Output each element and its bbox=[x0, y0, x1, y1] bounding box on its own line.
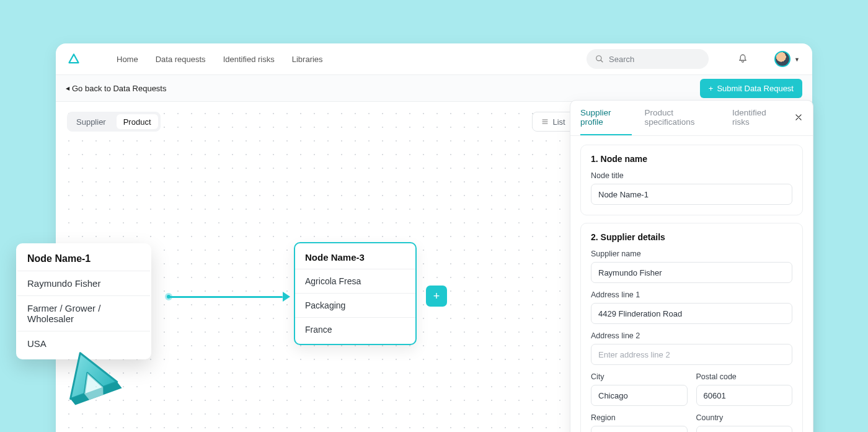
postal-input[interactable] bbox=[696, 385, 793, 406]
node-card-1[interactable]: Node Name-1 Raymundo Fisher Farmer / Gro… bbox=[16, 243, 151, 359]
section-supplier-details: 2. Supplier details Supplier name Addres… bbox=[580, 223, 803, 432]
search-input[interactable]: Search bbox=[587, 49, 709, 69]
node-row: Raymundo Fisher bbox=[17, 271, 150, 295]
tab-supplier-profile[interactable]: Supplier profile bbox=[580, 108, 632, 135]
main-nav: Home Data requests Identified risks Libr… bbox=[117, 55, 323, 64]
submit-data-request-button[interactable]: + Submit Data Request bbox=[700, 79, 802, 98]
address2-label: Address line 2 bbox=[591, 331, 792, 340]
search-placeholder: Search bbox=[609, 55, 634, 64]
user-menu[interactable]: ▼ bbox=[774, 51, 800, 67]
brand-3d-icon bbox=[53, 343, 127, 417]
panel-tabs: Supplier profile Product specifications … bbox=[570, 101, 813, 136]
tab-product-specifications[interactable]: Product specifications bbox=[644, 108, 720, 135]
country-label: Country bbox=[696, 413, 793, 422]
plus-icon: + bbox=[433, 290, 440, 303]
mode-product[interactable]: Product bbox=[117, 114, 158, 129]
region-input[interactable] bbox=[591, 426, 688, 432]
city-input[interactable] bbox=[591, 385, 688, 406]
svg-point-0 bbox=[596, 56, 601, 61]
panel-body: 1. Node name Node title 2. Supplier deta… bbox=[570, 136, 813, 432]
nav-libraries[interactable]: Libraries bbox=[292, 55, 323, 64]
address1-label: Address line 1 bbox=[591, 290, 792, 299]
nav-identified-risks[interactable]: Identified risks bbox=[223, 55, 275, 64]
section-title: 1. Node name bbox=[591, 154, 792, 164]
nav-home[interactable]: Home bbox=[117, 55, 138, 64]
avatar bbox=[774, 51, 790, 67]
view-list[interactable]: List bbox=[533, 112, 574, 131]
address2-input[interactable] bbox=[591, 344, 792, 365]
city-label: City bbox=[591, 372, 688, 381]
logo-icon bbox=[68, 53, 79, 65]
node-title-label: Node title bbox=[591, 171, 792, 180]
tab-identified-risks[interactable]: Identified risks bbox=[732, 108, 782, 135]
supplier-name-label: Supplier name bbox=[591, 250, 792, 258]
svg-line-1 bbox=[601, 60, 603, 63]
close-icon bbox=[794, 113, 803, 122]
go-back-label: Go back to Data Requests bbox=[72, 84, 166, 93]
close-panel-button[interactable] bbox=[794, 112, 803, 132]
subheader: ◀ Go back to Data Requests + Submit Data… bbox=[56, 74, 812, 102]
country-select[interactable] bbox=[696, 426, 793, 432]
section-title: 2. Supplier details bbox=[591, 232, 792, 242]
postal-label: Postal code bbox=[696, 372, 793, 381]
side-panel: Supplier profile Product specifications … bbox=[570, 100, 813, 432]
region-label: Region bbox=[591, 413, 688, 422]
app-header: Home Data requests Identified risks Libr… bbox=[56, 43, 812, 74]
supplier-name-input[interactable] bbox=[591, 262, 792, 283]
app-logo bbox=[68, 53, 79, 65]
notifications-icon[interactable] bbox=[737, 53, 748, 65]
node-card-3[interactable]: Node Name-3 Agricola Fresa Packaging Fra… bbox=[294, 242, 417, 345]
add-node-button[interactable]: + bbox=[426, 286, 447, 307]
node-title: Node Name-3 bbox=[295, 251, 415, 269]
node-title-input[interactable] bbox=[591, 184, 792, 205]
edge-arrow-icon bbox=[283, 292, 290, 302]
submit-label: Submit Data Request bbox=[717, 84, 794, 93]
node-row: Farmer / Grower / Wholesaler bbox=[17, 295, 150, 331]
chevron-down-icon: ▼ bbox=[794, 56, 800, 63]
node-row: Agricola Fresa bbox=[295, 269, 415, 293]
mode-toggle: Supplier Product bbox=[67, 112, 161, 132]
section-node-name: 1. Node name Node title bbox=[580, 145, 803, 215]
mode-supplier[interactable]: Supplier bbox=[68, 112, 115, 131]
search-icon bbox=[595, 55, 604, 63]
plus-icon: + bbox=[709, 84, 714, 93]
node-row: France bbox=[295, 317, 415, 341]
edge-connector[interactable] bbox=[169, 296, 283, 298]
go-back-link[interactable]: ◀ Go back to Data Requests bbox=[66, 84, 166, 93]
node-title: Node Name-1 bbox=[17, 252, 150, 271]
address1-input[interactable] bbox=[591, 303, 792, 324]
list-icon bbox=[541, 118, 549, 125]
nav-data-requests[interactable]: Data requests bbox=[156, 55, 206, 64]
chevron-left-icon: ◀ bbox=[66, 86, 69, 91]
node-row: Packaging bbox=[295, 293, 415, 317]
